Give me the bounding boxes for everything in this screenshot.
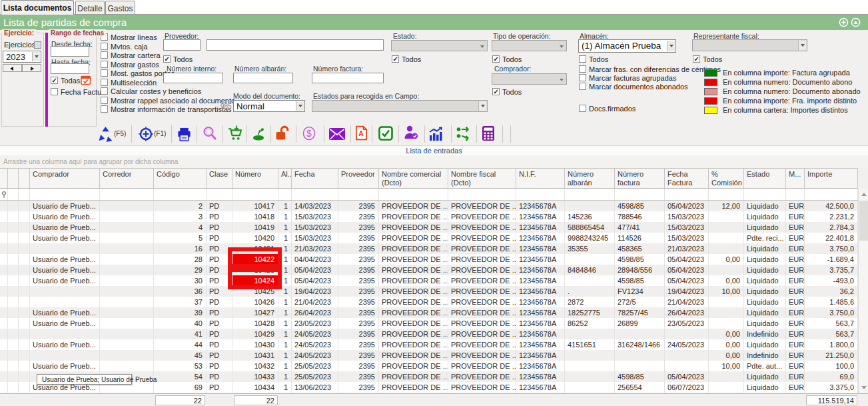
table-row[interactable]: Usuario de Prueb...53PD10432125/05/20232… — [0, 361, 858, 371]
tab-gastos[interactable]: Gastos — [105, 1, 135, 14]
estado-select[interactable] — [391, 40, 488, 51]
comprador-todos-checkbox[interactable] — [492, 88, 500, 95]
table-row[interactable]: Usuario de Prueb...44PD10430124/05/20232… — [0, 339, 858, 350]
table-row[interactable]: 45PD10431124/05/20232395PROVEEDOR DE ...… — [0, 350, 858, 361]
year-next-button[interactable] — [22, 64, 41, 72]
unlock-icon[interactable] — [274, 125, 291, 143]
column-header-fecha[interactable]: Fecha — [292, 169, 338, 188]
filter-cell[interactable] — [278, 189, 292, 200]
representante-select[interactable] — [692, 39, 807, 51]
filter-cell[interactable] — [516, 189, 565, 200]
pdf-icon[interactable]: A — [355, 125, 368, 142]
refresh-recycle-icon[interactable] — [97, 126, 114, 144]
almacen-todos-checkbox[interactable] — [579, 55, 586, 63]
option-checkbox-8[interactable] — [101, 97, 108, 104]
filter-cell[interactable] — [8, 189, 19, 200]
modo-documento-select-button[interactable] — [296, 101, 304, 111]
option-checkbox-5[interactable] — [101, 69, 108, 77]
table-row[interactable]: Usuario de Prueb...28PD10422104/04/20232… — [0, 254, 858, 265]
estados-campo-select[interactable] — [312, 100, 488, 112]
filter-cell[interactable] — [207, 189, 232, 200]
filter-cell[interactable] — [744, 189, 786, 200]
vertical-scrollbar[interactable] — [858, 189, 868, 393]
column-header-al-[interactable]: Al.. — [278, 169, 292, 188]
approve-check-icon[interactable] — [378, 125, 394, 143]
table-row[interactable]: Usuario de Prueb...40PD10428123/05/20232… — [0, 318, 858, 329]
scrollbar-thumb[interactable] — [859, 201, 868, 241]
desde-fecha-input[interactable] — [51, 46, 89, 57]
purchase-cart-icon[interactable] — [226, 125, 243, 143]
table-row[interactable]: 41PD10429124/05/20232395PROVEEDOR DE ...… — [0, 329, 858, 339]
column-header-n-mero[interactable]: Número — [232, 169, 278, 188]
table-row[interactable]: Usuario de Prueb...2PD10417114/03/202323… — [0, 201, 858, 211]
option-checkbox-6[interactable] — [101, 79, 108, 86]
tab-lista-documentos[interactable]: Lista documentos — [1, 0, 74, 15]
column-header-indicator[interactable] — [19, 169, 30, 188]
marcar-checkbox-3[interactable] — [579, 83, 586, 90]
filter-cell[interactable] — [232, 189, 278, 200]
filter-cell[interactable] — [292, 189, 338, 200]
transfer-arrows-icon[interactable] — [456, 125, 472, 143]
calculator-icon[interactable] — [481, 125, 496, 143]
calendar-icon[interactable] — [81, 75, 91, 85]
table-row[interactable]: Usuario de Prueb...4PD10419115/03/202323… — [0, 222, 858, 233]
filter-cell[interactable] — [805, 189, 858, 200]
filter-cell[interactable] — [786, 189, 805, 200]
column-header-n-mero-albar-n[interactable]: Número albarán — [565, 169, 615, 188]
numero-interno-input[interactable] — [163, 73, 223, 83]
representante-select-button[interactable] — [798, 41, 806, 50]
ejercicios-checkbox[interactable] — [34, 41, 41, 49]
column-header-n-mero-factura[interactable]: Número factura — [615, 169, 665, 188]
hasta-fecha-input[interactable] — [51, 63, 89, 74]
add-circle-icon[interactable] — [138, 126, 154, 143]
column-header-corredor[interactable]: Corredor — [100, 169, 154, 188]
user-check-icon[interactable] — [403, 125, 419, 142]
table-row[interactable]: Usuario de Prueb...3PD10418115/03/202323… — [0, 211, 858, 222]
dollar-circle-icon[interactable]: $ — [301, 125, 317, 143]
option-checkbox-2[interactable] — [101, 43, 108, 50]
filter-cell[interactable] — [19, 189, 30, 200]
column-header-importe[interactable]: Importe — [805, 169, 858, 188]
column-header-estado[interactable]: Estado — [744, 169, 786, 188]
filter-cell[interactable] — [0, 189, 8, 200]
tab-detalle[interactable]: Detalle — [75, 1, 105, 14]
table-row[interactable]: Usuario de Prueb...30PD10424105/04/20232… — [0, 275, 858, 286]
proveedor-todos-checkbox[interactable] — [163, 55, 171, 63]
fecha-factura-checkbox[interactable] — [51, 88, 58, 95]
year-select[interactable]: 2023 — [3, 51, 41, 63]
column-header-m-[interactable]: M... — [786, 169, 805, 188]
year-spinner[interactable] — [3, 64, 41, 72]
proveedor-code-input[interactable] — [163, 39, 201, 51]
hand-coins-icon[interactable] — [251, 127, 266, 143]
column-header-indicator[interactable] — [8, 169, 19, 188]
option-checkbox-3[interactable] — [101, 51, 108, 59]
numero-albaran-input[interactable] — [233, 73, 293, 83]
filter-cell[interactable] — [30, 189, 100, 200]
scroll-up-icon[interactable] — [861, 193, 867, 196]
add-circle-icon[interactable] — [839, 17, 849, 27]
comprador-select[interactable] — [492, 73, 567, 85]
column-header-comprador[interactable]: Comprador — [30, 169, 100, 188]
option-checkbox-9[interactable] — [101, 105, 108, 113]
filter-cell[interactable] — [448, 189, 516, 200]
table-row[interactable]: Usuario de Prueb...39PD10427126/04/20232… — [0, 307, 858, 318]
print-icon[interactable] — [177, 127, 192, 143]
marcar-checkbox-1[interactable] — [579, 65, 586, 73]
todas-checkbox[interactable] — [51, 77, 58, 84]
column-header-indicator[interactable] — [0, 169, 8, 188]
tipo-operacion-select[interactable] — [492, 40, 567, 51]
filter-cell[interactable] — [338, 189, 379, 200]
option-checkbox-7[interactable] — [101, 87, 108, 95]
filter-cell[interactable] — [100, 189, 154, 200]
tipo-operacion-todos-checkbox[interactable] — [492, 55, 500, 63]
column-header-nombre-comercial-dcto-[interactable]: Nombre comercial (Dcto) — [379, 169, 448, 188]
column-header-c-digo[interactable]: Código — [154, 169, 207, 188]
collapse-panel-icon[interactable] — [851, 17, 861, 27]
option-checkbox-4[interactable] — [101, 61, 108, 68]
filter-cell[interactable] — [565, 189, 615, 200]
column-header-nombre-fiscal-dcto-[interactable]: Nombre fiscal (Dcto) — [448, 169, 516, 188]
column-header-fecha-factura[interactable]: Fecha Factura — [665, 169, 709, 188]
table-row[interactable]: 36PD10425119/04/20232395PROVEEDOR DE ...… — [0, 286, 858, 297]
table-row[interactable]: 37PD10426121/04/20232395PROVEEDOR DE ...… — [0, 297, 858, 307]
table-row[interactable]: 16PD10421121/03/20232395PROVEEDOR DE ...… — [0, 243, 858, 254]
